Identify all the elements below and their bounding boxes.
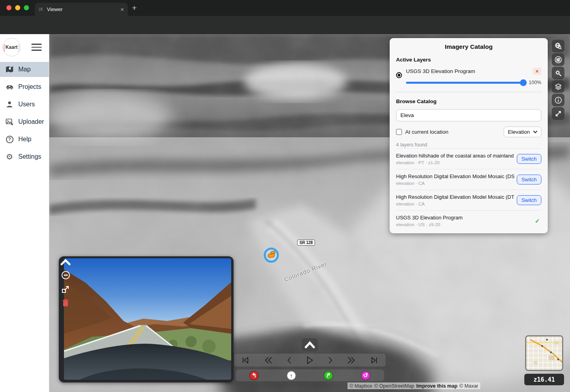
tab-close-icon[interactable]: × [120,6,124,12]
sidebar-item-label: Users [18,101,35,108]
switch-layer-button[interactable]: Switch [517,195,541,205]
mapbox-attribution-link[interactable]: © Mapbox [350,383,372,389]
browser-tab[interactable]: (K Viewer × [35,3,128,16]
map-canvas[interactable]: SR 128 Colorado River Imagery Catalog Ac… [49,34,570,392]
layer-name: High Resolution Digital Elevation Model … [396,194,514,200]
maxar-attribution-link[interactable]: © Maxar [460,383,478,389]
logo-text: Kaart [6,44,18,50]
sidebar-item-settings[interactable]: ⚙ Settings [0,149,49,164]
sliders-icon [555,56,562,63]
current-location-checkbox[interactable] [396,129,402,135]
slider-knob[interactable] [520,79,527,86]
sidebar-item-label: Map [18,66,31,73]
switch-layer-button[interactable]: Switch [517,154,541,164]
improve-map-link[interactable]: Improve this map [416,383,458,389]
gear-wrench-icon [555,69,562,77]
layers-icon [555,83,562,90]
layer-meta: elevation · CA [396,202,514,206]
layer-name: High Resolution Digital Elevation Model … [396,173,514,179]
sidebar-item-help[interactable]: ? Help [0,132,49,147]
close-window-button[interactable] [6,5,12,10]
minimap[interactable] [525,335,563,371]
sidebar-item-label: Settings [18,153,41,160]
layers-button[interactable] [552,80,564,93]
tab-strip: (K Viewer × + [0,0,570,16]
layer-row[interactable]: USGS 3D Elevation Program elevation · US… [396,210,541,231]
user-icon [5,101,14,108]
category-select[interactable]: Elevation [504,127,541,137]
browser-window: (K Viewer × + ← → viewer.kaart.com/#mapH… [0,0,570,392]
photo-expand-button[interactable] [61,285,70,295]
layer-row[interactable]: High Resolution Digital Elevation Model … [396,190,541,210]
imagery-search-button[interactable] [552,40,564,52]
info-button[interactable] [552,94,564,106]
street-photo[interactable] [64,258,231,380]
sidebar-item-users[interactable]: Users [0,97,49,112]
u-turn-button[interactable]: ↺ [361,371,370,380]
globe-search-icon [555,42,562,50]
active-layer-name: USGS 3D Elevation Program [406,68,475,74]
layer-row[interactable]: High Resolution Digital Elevation Model … [396,169,541,190]
logo-right-arc: ) [18,42,19,52]
new-tab-button[interactable]: + [132,3,137,13]
active-layer-radio[interactable] [396,72,402,78]
sidebar-item-projects[interactable]: Projects [0,79,49,94]
rewind-button[interactable] [264,357,272,364]
next-button[interactable] [328,357,333,364]
photo-collapse-button[interactable] [60,259,71,267]
turn-left-button[interactable]: ↰ [249,371,259,380]
layer-meta: elevation · US · z9-20 [396,222,532,227]
skip-end-button[interactable] [370,356,379,364]
image-upload-icon [5,118,14,126]
playback-bar [234,353,386,367]
previous-button[interactable] [287,357,292,364]
catalog-search-input[interactable] [396,109,541,121]
photo-zoom-out-button[interactable] [61,271,70,281]
layer-meta: elevation · CA [396,181,514,186]
tools-button[interactable] [552,67,564,79]
help-icon: ? [5,136,14,143]
sidebar-item-uploader[interactable]: Uploader [0,114,49,129]
straight-button[interactable]: ↑ [287,371,296,380]
divider [395,92,542,92]
layer-name: USGS 3D Elevation Program [396,215,532,221]
browse-catalog-heading: Browse Catalog [396,98,541,104]
results-count: 4 layers found [396,142,541,148]
photo-delete-button[interactable] [62,299,69,308]
sidebar-item-label: Help [18,136,31,143]
hamburger-menu-icon[interactable] [31,44,42,51]
zoom-window-button[interactable] [24,5,29,10]
sidebar-item-label: Projects [18,83,41,90]
browser-toolbar: ← → viewer.kaart.com/#mapHash=16.41/38.7… [0,16,570,34]
osm-attribution-link[interactable]: © OpenStreetMap [374,383,414,389]
logo-left-arc: ( [4,42,5,52]
minimize-window-button[interactable] [15,5,20,10]
map-tools [552,40,564,120]
minimap-image [526,336,563,371]
gear-icon: ⚙ [5,153,14,161]
route-shield: SR 128 [297,240,315,246]
expand-arrows-icon [555,110,562,117]
sidebar-item-map[interactable]: Map [0,62,49,77]
adjustments-button[interactable] [552,53,564,66]
vehicle-position-marker[interactable] [264,248,279,263]
tab-title: Viewer [47,6,117,12]
question-glyph: ? [8,136,11,142]
fast-forward-button[interactable] [347,357,356,364]
active-layers-heading: Active Layers [396,57,541,63]
sequence-panel-toggle[interactable] [301,338,318,352]
turn-right-button[interactable]: ↱ [324,371,333,380]
layer-row[interactable]: Elevation hillshade of the coastal areas… [396,149,541,169]
layer-name: Elevation hillshade of the coastal areas… [396,153,514,159]
skip-start-button[interactable] [241,356,250,364]
remove-layer-button[interactable]: × [533,67,541,75]
kaart-logo[interactable]: (Kaart) [2,38,21,56]
fullscreen-button[interactable] [552,107,564,120]
map-attribution: © Mapbox © OpenStreetMap Improve this ma… [348,382,480,389]
switch-layer-button[interactable]: Switch [517,175,541,184]
photo-controls [60,259,71,308]
layer-meta: elevation · PT · z1-20 [396,160,514,165]
imagery-catalog-panel: Imagery Catalog Active Layers USGS 3D El… [390,38,548,233]
play-button[interactable] [305,355,314,365]
opacity-slider[interactable] [406,82,526,84]
